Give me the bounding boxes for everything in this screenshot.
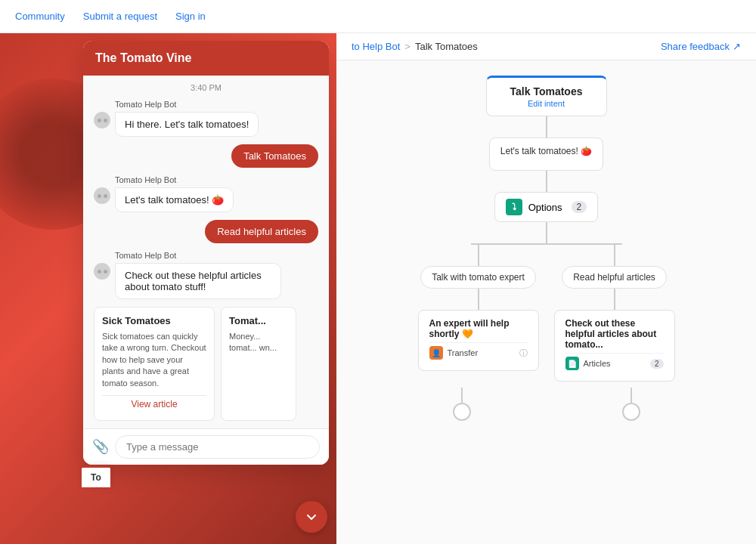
flow-h-connector [471, 243, 622, 245]
articles-icon: 📄 [565, 357, 579, 370]
article-card-2[interactable]: Tomat... Money... tomat... wn... [221, 307, 296, 421]
articles-label: Articles [584, 359, 611, 368]
flow-message-text: Let's talk tomatoes! 🍅 [500, 146, 592, 156]
info-icon: ⓘ [519, 348, 528, 359]
bot-message-row-3: Check out these helpful articles about t… [94, 263, 318, 299]
bot-dots-1 [90, 113, 115, 128]
flow-option-right[interactable]: Read helpful articles [562, 266, 667, 289]
flow-message-node: Let's talk tomatoes! 🍅 [489, 138, 603, 171]
flow-result-left-title: An expert will help shortly 🧡 [429, 318, 528, 339]
flow-connector-2 [546, 171, 547, 192]
chat-timestamp: 3:40 PM [94, 83, 318, 92]
chat-input-row: 📎 [83, 428, 329, 465]
breadcrumb-current: Talk Tomatoes [415, 41, 478, 52]
bot-label-3: Tomato Help Bot [115, 251, 318, 260]
left-panel: The Tomato Vine 3:40 PM Tomato Help Bot … [0, 33, 336, 544]
flow-result-left: An expert will help shortly 🧡 👤 Transfer… [418, 310, 539, 371]
user-bubble-1: Talk Tomatoes [231, 144, 318, 168]
flow-bottom-right-line [631, 388, 632, 403]
flow-branch-right: Read helpful articles Check out these he… [554, 245, 675, 382]
chat-header: The Tomato Vine [83, 41, 329, 76]
flow-bottom-right [622, 388, 640, 421]
flow-result-right-tag: 📄 Articles 2 [565, 353, 664, 373]
flow-options-bar[interactable]: ⤵ Options 2 [494, 192, 599, 222]
transfer-icon: 👤 [429, 346, 443, 360]
user-message-row-1: Talk Tomatoes [94, 144, 318, 168]
bot-avatar-2 [94, 187, 110, 204]
right-panel: to Help Bot > Talk Tomatoes Share feedba… [336, 33, 756, 544]
article-card-1-text: Sick tomatoes can quickly take a wrong t… [102, 331, 206, 389]
flow-option-left[interactable]: Talk with tomato expert [420, 266, 536, 289]
flow-connector-1 [546, 116, 547, 138]
options-count: 2 [572, 201, 587, 213]
main-area: The Tomato Vine 3:40 PM Tomato Help Bot … [0, 33, 756, 544]
flow-left-v-line [478, 245, 479, 266]
chat-tab[interactable]: To [82, 465, 110, 487]
flow-root-node[interactable]: Talk Tomatoes Edit intent [486, 76, 607, 116]
breadcrumb-parent[interactable]: to Help Bot [352, 41, 400, 52]
flow-v-connector-split [546, 222, 547, 243]
flow-root-subtitle[interactable]: Edit intent [499, 99, 594, 108]
top-navigation: Community Submit a request Sign in [0, 0, 756, 33]
user-bubble-2: Read helpful articles [205, 220, 318, 243]
bot-avatar-3 [94, 263, 110, 280]
bot-message-row-2: Let's talk tomatoes! 🍅 [94, 187, 318, 212]
article-card-1[interactable]: Sick Tomatoes Sick tomatoes can quickly … [94, 307, 215, 421]
bot-bubble-3: Check out these helpful articles about t… [115, 263, 281, 299]
article-cards: Sick Tomatoes Sick tomatoes can quickly … [94, 307, 318, 421]
flow-result-right-title: Check out these helpful articles about t… [565, 318, 664, 350]
chat-widget: The Tomato Vine 3:40 PM Tomato Help Bot … [83, 41, 329, 465]
scroll-down-button[interactable] [296, 501, 327, 533]
bot-dots-3 [90, 264, 115, 280]
breadcrumb-separator: > [404, 41, 411, 52]
external-link-icon: ↗ [733, 41, 741, 52]
nav-community[interactable]: Community [15, 11, 65, 22]
flow-root-title: Talk Tomatoes [499, 85, 594, 97]
breadcrumb: to Help Bot > Talk Tomatoes [352, 41, 478, 52]
bot-bubble-1: Hi there. Let's talk tomatoes! [115, 112, 259, 137]
bot-label-2: Tomato Help Bot [115, 175, 318, 184]
flow-right-v-line-2 [614, 289, 615, 310]
chat-body[interactable]: 3:40 PM Tomato Help Bot Hi there. Let's … [83, 76, 329, 428]
flow-right-v-line [614, 245, 615, 266]
flow-bottom-left [453, 388, 471, 421]
bot-message-row-1: Hi there. Let's talk tomatoes! [94, 112, 318, 137]
flow-bottom-left-line [461, 388, 463, 403]
transfer-label: Transfer [448, 348, 479, 357]
flow-result-left-tag: 👤 Transfer ⓘ [429, 342, 528, 363]
article-card-1-title: Sick Tomatoes [102, 315, 206, 326]
share-feedback-button[interactable]: Share feedback ↗ [661, 41, 741, 52]
options-label: Options [528, 202, 562, 213]
flow-circle-left [453, 403, 471, 421]
bot-bubble-2: Let's talk tomatoes! 🍅 [115, 187, 234, 212]
flow-left-v-line-2 [478, 289, 479, 310]
bot-dots-2 [90, 188, 115, 204]
flow-area: Talk Tomatoes Edit intent Let's talk tom… [336, 60, 756, 538]
bot-avatar-1 [94, 112, 110, 128]
chat-header-title: The Tomato Vine [95, 51, 191, 65]
view-article-button-1[interactable]: View article [102, 395, 206, 413]
flow-split-container: Talk with tomato expert An expert will h… [418, 222, 675, 382]
articles-count: 2 [650, 359, 664, 369]
chevron-down-icon [304, 509, 319, 524]
attach-icon[interactable]: 📎 [92, 438, 109, 455]
flow-circle-right [622, 403, 640, 421]
share-feedback-label: Share feedback [661, 41, 730, 52]
chat-input[interactable] [115, 435, 320, 459]
article-card-2-text: Money... tomat... wn... [229, 331, 288, 354]
bot-label-1: Tomato Help Bot [115, 100, 318, 109]
flow-result-right: Check out these helpful articles about t… [554, 310, 675, 382]
user-message-row-2: Read helpful articles [94, 220, 318, 243]
flow-branches: Talk with tomato expert An expert will h… [418, 245, 675, 382]
options-icon: ⤵ [506, 199, 522, 215]
nav-sign-in[interactable]: Sign in [175, 11, 206, 22]
nav-submit-request[interactable]: Submit a request [83, 11, 157, 22]
right-header: to Help Bot > Talk Tomatoes Share feedba… [336, 33, 756, 60]
flow-branch-left: Talk with tomato expert An expert will h… [418, 245, 539, 382]
flow-bottom-connectors [453, 388, 640, 421]
article-card-2-title: Tomat... [229, 315, 288, 326]
